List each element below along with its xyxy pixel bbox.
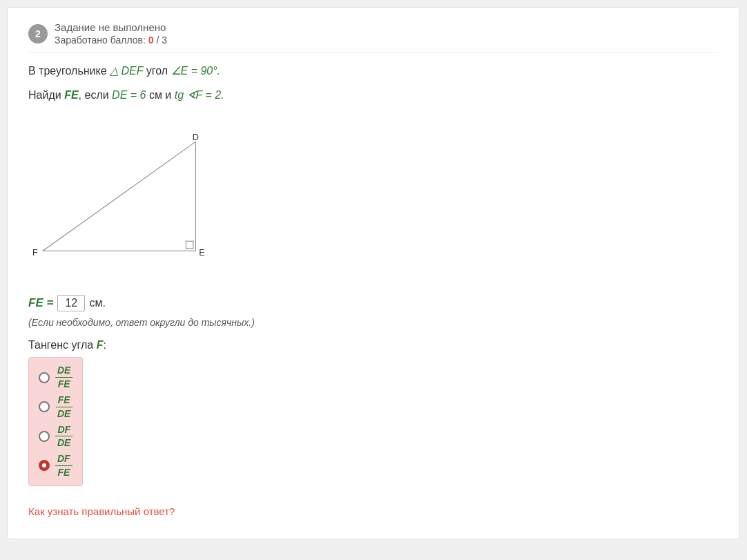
fraction-2: FE DE — [55, 394, 72, 420]
fraction-option-4[interactable]: DF FE — [39, 453, 72, 479]
triangle-diagram: D E F — [28, 111, 208, 284]
header-info: Задание не выполнено Заработано баллов: … — [55, 21, 167, 46]
page-container: 2 Задание не выполнено Заработано баллов… — [0, 0, 747, 546]
problem-statement-1: В треугольнике △ DEF угол ∠E = 90°. — [28, 61, 719, 80]
score-text: Заработано баллов: 0 / 3 — [55, 35, 167, 46]
svg-marker-0 — [43, 142, 195, 251]
problem-card: 2 Задание не выполнено Заработано баллов… — [7, 7, 740, 539]
vertex-E-label: E — [199, 249, 204, 258]
answer-unit: см. — [89, 297, 105, 309]
fraction-3: DF DE — [55, 424, 72, 450]
task-title: Задание не выполнено — [55, 21, 167, 33]
hint-text: (Если необходимо, ответ округли до тысяч… — [28, 317, 719, 328]
fe-label: FE = — [28, 296, 53, 310]
vertex-F-label: F — [32, 249, 38, 258]
radio-3[interactable] — [39, 431, 50, 442]
header-row: 2 Задание не выполнено Заработано баллов… — [28, 21, 719, 53]
tg-label: Тангенс угла F: — [28, 339, 719, 351]
answer-value: 12 — [57, 295, 85, 311]
radio-4[interactable] — [39, 460, 50, 471]
problem-statement-2: Найди FE, если DE = 6 см и tg ∢F = 2. — [28, 86, 719, 104]
task-badge: 2 — [28, 24, 48, 44]
fraction-options-container: DE FE FE DE DF DE — [28, 357, 83, 485]
fraction-option-2[interactable]: FE DE — [39, 394, 72, 420]
fraction-4: DF FE — [55, 453, 72, 479]
fraction-option-1[interactable]: DE FE — [39, 365, 72, 390]
radio-2[interactable] — [39, 401, 50, 412]
svg-rect-1 — [186, 242, 193, 249]
how-to-link[interactable]: Как узнать правильный ответ? — [28, 505, 175, 517]
triangle-svg: D E F — [28, 111, 208, 284]
vertex-D-label: D — [193, 133, 199, 142]
answer-row: FE = 12 см. — [28, 295, 719, 311]
fraction-option-3[interactable]: DF DE — [39, 424, 72, 450]
radio-1[interactable] — [39, 372, 50, 383]
fraction-1: DE FE — [55, 365, 72, 390]
